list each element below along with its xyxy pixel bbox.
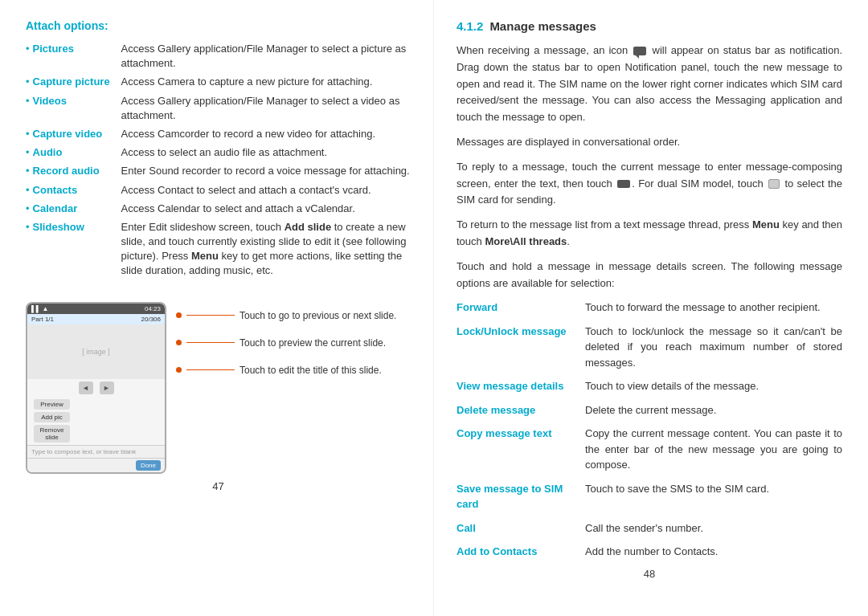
option-row-forward: Forward Touch to forward the message to …	[457, 300, 842, 316]
section-header: 4.1.2 Manage messages	[457, 19, 842, 33]
callout-line	[186, 342, 235, 343]
remove-slide-btn[interactable]: Remove slide	[34, 425, 70, 443]
callout-title: Touch to edit the title of this slide.	[176, 365, 411, 376]
option-row-lock: Lock/Unlock message Touch to lock/unlock…	[457, 324, 842, 371]
phone-status-bar: ▌▌ ▲ 04:23	[27, 304, 165, 314]
callout-preview: Touch to preview the current slide.	[176, 337, 411, 349]
option-desc: Access Calendar to select and attach a v…	[121, 202, 411, 216]
next-arrow[interactable]: ►	[100, 381, 114, 394]
more-threads-bold: More\All threads	[485, 235, 567, 247]
message-icon	[633, 47, 646, 55]
bullet: •	[26, 220, 30, 279]
bullet: •	[26, 164, 30, 178]
phone-nav-arrows: ◄ ►	[27, 379, 165, 397]
phone-image-area: [ image ]	[27, 324, 165, 379]
page-number-left: 47	[26, 480, 411, 492]
list-item: • Calendar Access Calendar to select and…	[26, 202, 411, 216]
done-button[interactable]: Done	[136, 460, 161, 471]
option-term-save: Save message to SIM card	[457, 481, 585, 512]
option-term: Contacts	[33, 183, 121, 198]
option-term-copy: Copy message text	[457, 426, 585, 442]
page-left: Attach options: • Pictures Access Galler…	[0, 0, 434, 616]
part-label: Part 1/1	[31, 316, 54, 323]
prev-arrow[interactable]: ◄	[79, 381, 93, 394]
option-def-save: Touch to save the SMS to the SIM card.	[585, 481, 842, 497]
phone-mockup: ▌▌ ▲ 04:23 Part 1/1 20/306 [ image ] ◄ ►…	[26, 302, 166, 474]
option-row-add-contacts: Add to Contacts Add the number to Contac…	[457, 544, 842, 560]
bullet: •	[26, 94, 30, 123]
paragraph-3: To reply to a message, touch the current…	[457, 159, 842, 209]
option-term-lock: Lock/Unlock message	[457, 324, 585, 340]
add-pic-btn[interactable]: Add pic	[34, 412, 70, 422]
status-time: 04:23	[145, 305, 161, 312]
list-item: • Videos Access Gallery application/File…	[26, 94, 411, 123]
option-desc: Access Camera to capture a new picture f…	[121, 75, 411, 89]
sim-icon	[768, 179, 780, 189]
options-table: Forward Touch to forward the message to …	[457, 300, 842, 560]
option-desc: Access Contact to select and attach a co…	[121, 183, 411, 198]
callout-dot	[176, 312, 182, 318]
page-number-right: 48	[457, 568, 842, 580]
inline-bold: Menu	[191, 250, 219, 262]
option-def-call: Call the sender's number.	[585, 520, 842, 536]
section-name: Manage messages	[489, 19, 596, 33]
option-def-view: Touch to view details of the message.	[585, 378, 842, 394]
paragraph-2: Messages are displayed in conversational…	[457, 134, 842, 151]
option-def-delete: Delete the current message.	[585, 402, 842, 418]
option-term-delete: Delete message	[457, 402, 585, 418]
option-term: Slideshow	[33, 220, 121, 279]
page-right: 4.1.2 Manage messages When receiving a m…	[434, 0, 868, 616]
list-item: • Capture video Access Camcorder to reco…	[26, 127, 411, 141]
bullet: •	[26, 145, 30, 160]
section-number: 4.1.2	[457, 19, 483, 33]
option-def-copy: Copy the current message content. You ca…	[585, 426, 842, 473]
option-row-view: View message details Touch to view detai…	[457, 378, 842, 394]
inline-bold: Add slide	[285, 221, 332, 233]
attach-options-title: Attach options:	[26, 19, 411, 32]
option-row-call: Call Call the sender's number.	[457, 520, 842, 536]
right-body: When receiving a message, an icon will a…	[457, 43, 842, 580]
send-icon	[617, 180, 630, 188]
bullet: •	[26, 127, 30, 141]
callout-text: Touch to go to previous or next slide.	[240, 310, 396, 321]
option-term: Record audio	[33, 164, 121, 178]
callout-text: Touch to edit the title of this slide.	[240, 365, 382, 376]
callout-dot	[176, 340, 182, 345]
option-term: Calendar	[33, 202, 121, 216]
preview-btn[interactable]: Preview	[34, 399, 70, 410]
paragraph-1: When receiving a message, an icon will a…	[457, 43, 842, 126]
callout-line	[186, 315, 235, 316]
phone-action-btns: Preview Add pic Remove slide	[27, 397, 165, 445]
option-term: Audio	[33, 145, 121, 160]
option-term-forward: Forward	[457, 300, 585, 316]
option-term-add-contacts: Add to Contacts	[457, 544, 585, 560]
option-term: Capture video	[33, 127, 121, 141]
touch-hold-para: Touch and hold a message in message deta…	[457, 259, 842, 292]
bullet: •	[26, 75, 30, 89]
option-desc: Access Gallery application/File Manager …	[121, 94, 411, 123]
image-placeholder: [ image ]	[82, 348, 110, 356]
list-item: • Record audio Enter Sound recorder to r…	[26, 164, 411, 178]
list-item: • Contacts Access Contact to select and …	[26, 183, 411, 198]
title-placeholder: Type to compose text, or leave blank	[31, 448, 136, 455]
list-item: • Capture picture Access Camera to captu…	[26, 75, 411, 89]
callout-dot	[176, 367, 182, 373]
option-row-delete: Delete message Delete the current messag…	[457, 402, 842, 418]
attach-options-list: • Pictures Access Gallery application/Fi…	[26, 42, 411, 283]
phone-demo-section: ▌▌ ▲ 04:23 Part 1/1 20/306 [ image ] ◄ ►…	[26, 302, 411, 474]
list-item: • Audio Access to select an audio file a…	[26, 145, 411, 160]
option-desc: Enter Edit slideshow screen, touch Add s…	[121, 220, 411, 279]
option-term: Pictures	[33, 42, 121, 71]
bullet: •	[26, 202, 30, 216]
option-desc: Enter Sound recorder to record a voice m…	[121, 164, 411, 178]
option-term: Videos	[33, 94, 121, 123]
phone-title-bar: Type to compose text, or leave blank	[27, 445, 165, 458]
phone-bottom-bar: Done	[27, 458, 165, 472]
paragraph-4: To return to the message list from a tex…	[457, 217, 842, 251]
option-row-copy: Copy message text Copy the current messa…	[457, 426, 842, 473]
list-item: • Pictures Access Gallery application/Fi…	[26, 42, 411, 71]
option-desc: Access to select an audio file as attach…	[121, 145, 411, 160]
option-def-lock: Touch to lock/unlock the message so it c…	[585, 324, 842, 371]
option-def-forward: Touch to forward the message to another …	[585, 300, 842, 316]
list-item: • Slideshow Enter Edit slideshow screen,…	[26, 220, 411, 279]
